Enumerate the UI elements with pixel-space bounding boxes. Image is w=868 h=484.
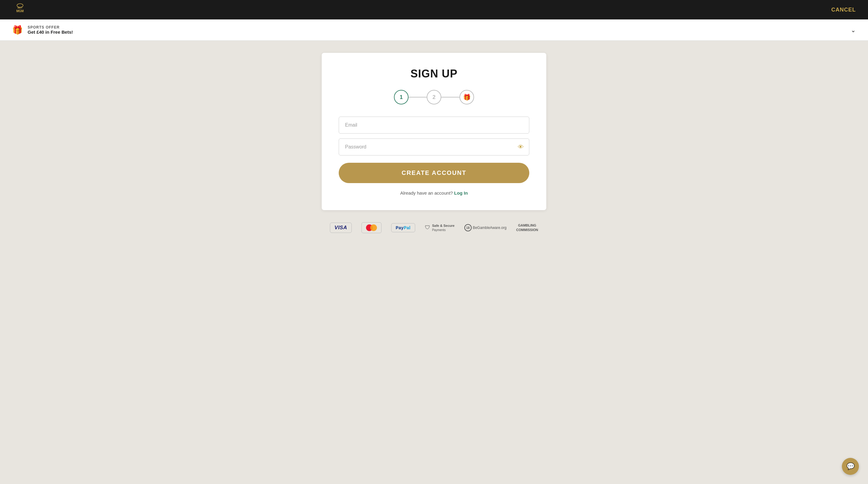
step-gift-icon: 🎁 <box>463 93 471 101</box>
promo-text-block: SPORTS OFFER Get £40 in Free Bets! <box>28 25 73 35</box>
step-2-label: 2 <box>432 94 436 100</box>
step-line-1 <box>408 97 427 97</box>
show-password-icon[interactable]: 👁 <box>518 144 524 151</box>
create-account-button[interactable]: CREATE ACCOUNT <box>339 163 529 183</box>
already-account-label: Already have an account? <box>400 190 453 195</box>
cancel-button[interactable]: CANCEL <box>831 7 856 13</box>
gambling-commission-line1: GAMBLING <box>516 223 538 228</box>
mc-circle-right <box>370 224 377 231</box>
logo-container: BET MGM <box>12 2 28 18</box>
chevron-down-icon[interactable]: ⌄ <box>851 26 856 34</box>
promo-banner: 🎁 SPORTS OFFER Get £40 in Free Bets! ⌄ <box>0 20 868 41</box>
safe-text-line1: Safe & Secure <box>432 223 455 228</box>
gamble-aware-text: BeGambleAware.org <box>473 225 506 230</box>
header: BET MGM CANCEL <box>0 0 868 20</box>
shield-icon: 🛡 <box>425 224 430 231</box>
safe-text: Safe & Secure Payments <box>432 223 455 232</box>
promo-left: 🎁 SPORTS OFFER Get £40 in Free Bets! <box>12 25 73 35</box>
safe-secure-badge: 🛡 Safe & Secure Payments <box>425 223 455 232</box>
already-account-text: Already have an account? Log In <box>339 190 529 195</box>
main-content: SIGN UP 1 2 🎁 👁 CREATE ACCOUNT Alre <box>0 41 868 482</box>
betmgm-logo: BET MGM <box>12 2 28 18</box>
login-link[interactable]: Log In <box>454 190 468 195</box>
signup-card: SIGN UP 1 2 🎁 👁 CREATE ACCOUNT Alre <box>322 53 546 210</box>
mastercard-badge <box>362 222 381 233</box>
promo-label: SPORTS OFFER <box>28 25 73 29</box>
gambling-commission-badge: GAMBLING COMMISSION <box>516 223 538 233</box>
svg-text:MGM: MGM <box>17 9 24 13</box>
gambling-commission-line2: COMMISSION <box>516 228 538 232</box>
paypal-badge: PayPal <box>391 223 415 232</box>
chat-icon: 💬 <box>846 462 855 470</box>
chat-button[interactable]: 💬 <box>842 458 859 475</box>
mastercard-circles <box>366 224 377 231</box>
footer-logos: VISA PayPal 🛡 Safe & Secure Payments 18 … <box>330 222 538 233</box>
visa-text: VISA <box>335 225 347 231</box>
step-indicator: 1 2 🎁 <box>339 90 529 104</box>
step-3: 🎁 <box>460 90 474 104</box>
signup-title: SIGN UP <box>339 67 529 80</box>
password-input[interactable] <box>339 139 529 155</box>
step-line-2 <box>441 97 460 97</box>
safe-text-line2: Payments <box>432 228 455 232</box>
password-wrapper: 👁 <box>339 139 529 155</box>
step-1-label: 1 <box>400 94 403 100</box>
paypal-text: PayPal <box>396 225 411 230</box>
visa-badge: VISA <box>330 222 352 233</box>
step-2: 2 <box>427 90 441 104</box>
gift-icon: 🎁 <box>12 25 23 35</box>
promo-description: Get £40 in Free Bets! <box>28 29 73 35</box>
step-1: 1 <box>394 90 408 104</box>
gamble-aware-icon: 18 <box>464 224 472 231</box>
email-input[interactable] <box>339 117 529 133</box>
gamble-aware-badge: 18 BeGambleAware.org <box>464 224 506 231</box>
